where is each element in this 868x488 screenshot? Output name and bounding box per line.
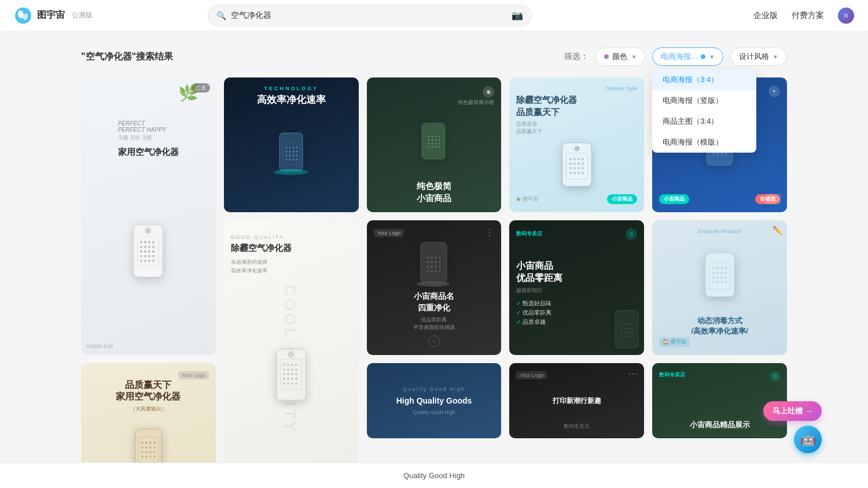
card-11[interactable]: Quality Good High High Quality Goods Qua… [367, 363, 502, 438]
card-7-menu: ⋮ [485, 228, 494, 238]
svg-point-72 [573, 162, 576, 165]
purifier-svg-2 [271, 132, 311, 178]
color-dot-icon [604, 54, 609, 59]
svg-point-135 [431, 261, 433, 263]
svg-point-171 [712, 272, 715, 274]
svg-point-125 [291, 382, 293, 385]
svg-point-178 [724, 276, 727, 279]
card-9-logo: 🏠 图宇宙 [659, 337, 690, 347]
card-5-bottom: 小宙商品 促销选 [659, 194, 780, 204]
header: 图宇宙 公测版 🔍 📷 企业版 付费方案 n [0, 0, 868, 31]
card-2[interactable]: TECHNOLOGY 高效率净化速率 [224, 77, 359, 212]
bottom-bar: Quality Good High [0, 463, 868, 488]
card-3[interactable]: ◉ 纯色极简展示框 [367, 77, 502, 212]
dropdown-item-ecommerce34[interactable]: 电商海报（3:4） [652, 69, 756, 90]
card-8-sub: 超值折扣日 [516, 287, 542, 294]
style-filter-btn[interactable]: 电商海报... ▼ [652, 47, 723, 66]
card-4[interactable]: Delicate Style 除霾空气净化器品质赢天下 品质首选 品质赢天下 [509, 77, 644, 212]
card-8-top: 数码专卖店 ⊙ [516, 228, 637, 240]
svg-point-169 [720, 267, 723, 269]
dropdown-item-ecommerce-template[interactable]: 电商海报（模版） [652, 132, 756, 153]
svg-point-77 [578, 167, 580, 169]
svg-rect-128 [421, 242, 447, 283]
card-9-logo-row: 🏠 图宇宙 [659, 337, 780, 347]
svg-point-189 [141, 446, 144, 449]
design-style-label: 设计风格 [739, 51, 769, 62]
svg-point-33 [286, 151, 288, 153]
svg-point-173 [720, 272, 723, 274]
svg-point-71 [569, 162, 572, 165]
user-avatar[interactable]: n [838, 8, 854, 24]
svg-point-111 [283, 368, 285, 371]
svg-point-19 [148, 255, 150, 257]
card-9-edit[interactable]: ✏️ [773, 225, 782, 235]
bottom-quality-text: Quality Good High [403, 471, 465, 480]
svg-point-160 [631, 331, 633, 333]
svg-point-30 [289, 147, 291, 149]
svg-point-37 [286, 155, 288, 157]
search-input[interactable] [231, 11, 512, 20]
color-filter-label: 颜色 [612, 51, 627, 62]
header-right: 企业版 付费方案 n [753, 8, 854, 24]
svg-point-32 [296, 147, 298, 149]
dropdown-item-ecommerce-portrait[interactable]: 电商海报（竖版） [652, 90, 756, 111]
card-8-device [606, 309, 644, 355]
pricing-link[interactable]: 付费方案 [792, 10, 824, 21]
card-9-device [700, 234, 740, 316]
svg-point-145 [439, 270, 441, 272]
logo-area[interactable]: 图宇宙 公测版 [14, 6, 93, 25]
svg-point-83 [575, 146, 579, 151]
card-13-icon: ⊙ [770, 371, 780, 382]
svg-point-119 [283, 378, 285, 380]
card-9-title: 动态消毒方式/高效率净化速率/ [659, 316, 780, 337]
card-10-sub: （大风量输出） [88, 405, 209, 413]
svg-point-118 [295, 373, 297, 375]
svg-point-131 [431, 256, 433, 258]
purifier-svg-8 [606, 309, 644, 353]
svg-point-175 [712, 276, 715, 279]
svg-point-62 [432, 146, 433, 147]
card-1[interactable]: □ 8 🌿 PERFECT PERFECT HAPPY 无菌 天味 无醛 家用空… [81, 77, 216, 355]
dropdown-item-product34[interactable]: 商品主图（3:4） [652, 111, 756, 132]
svg-point-81 [578, 172, 580, 174]
chat-bubble-btn[interactable]: 马上吐槽 → [763, 401, 822, 421]
main-content: "空气净化器"搜索结果 筛选： 颜色 ▼ 电商海报... ▼ 电商海报（3:4） [0, 31, 868, 488]
card-4-bottom: ◉ 图宇宙 小宙商品 [516, 194, 637, 204]
card-4-device [557, 135, 597, 194]
filter-label: 筛选： [564, 51, 589, 62]
svg-point-156 [631, 327, 633, 329]
app-name: 图宇宙 [37, 9, 65, 21]
card-7-device [415, 238, 453, 291]
svg-point-57 [428, 142, 430, 144]
card-4-title: 除霾空气净化器品质赢天下 [516, 94, 637, 118]
svg-point-153 [621, 327, 623, 329]
enterprise-link[interactable]: 企业版 [753, 10, 778, 21]
card-7-top: Your Logo ⋮ [374, 228, 495, 238]
card-8-store: 数码专卖店 [516, 230, 542, 238]
card-7-logo: Your Logo [374, 229, 404, 237]
camera-icon[interactable]: 📷 [512, 10, 523, 21]
svg-point-54 [432, 139, 433, 141]
card-10-text: 品质赢天下家用空气净化器 （大风量输出） [88, 379, 209, 413]
svg-point-151 [628, 323, 630, 325]
svg-point-9 [140, 246, 142, 248]
card-12[interactable]: Your Logo • • • 打印新潮行新趣 数码专卖店 [509, 363, 644, 438]
color-filter-btn[interactable]: 颜色 ▼ [595, 47, 645, 66]
svg-point-143 [431, 270, 433, 272]
card-6[interactable]: COOL QUALITY GOOD QUALITY 除霾空气净化器 永远满意的选… [224, 220, 359, 488]
svg-point-78 [582, 167, 584, 169]
svg-point-59 [435, 142, 437, 144]
svg-point-15 [148, 250, 150, 253]
chat-icon-btn[interactable]: 🤖 [794, 426, 822, 453]
svg-point-49 [428, 135, 430, 137]
card-7[interactable]: Your Logo ⋮ [367, 220, 502, 355]
svg-point-170 [724, 267, 727, 269]
svg-point-172 [716, 272, 719, 274]
card-9-top-text: Exquisite Products [659, 228, 780, 234]
svg-point-101 [724, 153, 727, 155]
design-style-btn[interactable]: 设计风格 ▼ [730, 47, 787, 66]
svg-point-98 [712, 153, 715, 155]
card-9[interactable]: ✏️ Exquisite Products [652, 220, 787, 355]
card-8[interactable]: 数码专卖店 ⊙ 小宙商品优品零距离 超值折扣日 甄选好品味 优品零距离 品质卓越 [509, 220, 644, 355]
card-11-desc: Quality Good High [413, 409, 455, 415]
